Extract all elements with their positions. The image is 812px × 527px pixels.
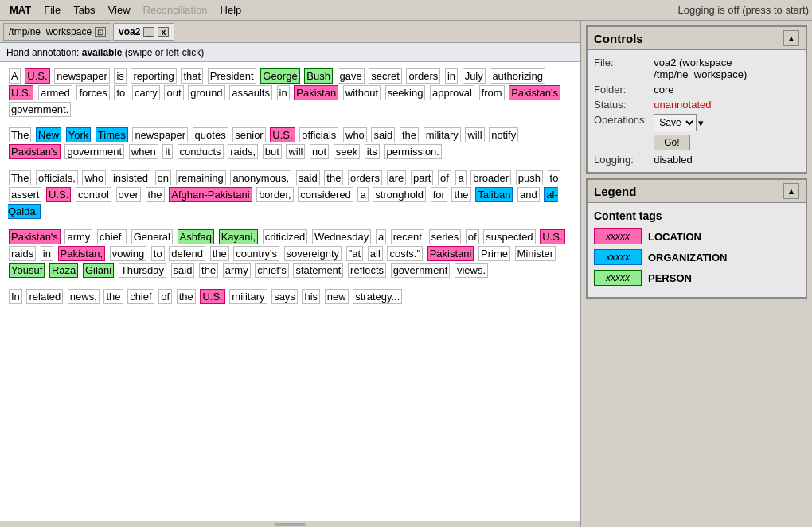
- token[interactable]: country's: [233, 246, 279, 261]
- token[interactable]: without: [343, 85, 381, 100]
- token[interactable]: its: [365, 144, 380, 159]
- token[interactable]: said: [371, 127, 395, 142]
- legend-collapse-button[interactable]: ▲: [783, 183, 799, 199]
- token[interactable]: will: [465, 127, 484, 142]
- token[interactable]: chief's: [255, 263, 288, 278]
- token[interactable]: Minister: [515, 246, 556, 261]
- entity-org[interactable]: New: [36, 127, 61, 142]
- token[interactable]: the: [177, 289, 196, 304]
- entity-person[interactable]: Ashfaq: [178, 229, 214, 244]
- token[interactable]: recent: [391, 229, 424, 244]
- entity-location[interactable]: Pakistan,: [58, 246, 105, 261]
- token[interactable]: related: [26, 289, 63, 304]
- token[interactable]: newspaper: [54, 68, 110, 84]
- token[interactable]: remaining: [176, 170, 226, 185]
- entity-location[interactable]: Afghan-Pakistani: [169, 187, 252, 202]
- token[interactable]: of: [438, 170, 451, 185]
- token[interactable]: to: [548, 170, 561, 185]
- token[interactable]: reflects: [348, 263, 386, 278]
- token[interactable]: news,: [68, 289, 100, 304]
- token[interactable]: to: [151, 246, 165, 261]
- token[interactable]: orders: [406, 68, 440, 84]
- token[interactable]: orders: [348, 170, 382, 185]
- token[interactable]: vowing: [110, 246, 146, 261]
- doc-area[interactable]: A U.S. newspaper is reporting that Presi…: [0, 62, 580, 521]
- entity-location[interactable]: U.S.: [9, 85, 33, 100]
- token[interactable]: officials,: [36, 170, 78, 185]
- tab-voa2-close-icon[interactable]: x: [158, 27, 169, 37]
- token[interactable]: series: [429, 229, 462, 244]
- token[interactable]: approval: [430, 85, 474, 100]
- token[interactable]: the: [103, 289, 123, 304]
- token[interactable]: raids,: [228, 144, 258, 159]
- token[interactable]: insisted: [111, 170, 150, 185]
- token[interactable]: strategy...: [353, 289, 402, 304]
- token[interactable]: over: [116, 187, 141, 202]
- token[interactable]: part: [411, 170, 433, 185]
- token[interactable]: gave: [338, 68, 365, 84]
- token[interactable]: broader: [470, 170, 511, 185]
- token[interactable]: quotes: [193, 127, 228, 142]
- go-button[interactable]: Go!: [654, 135, 689, 150]
- token[interactable]: military: [229, 289, 267, 304]
- tab-voa2-minimize-icon[interactable]: _: [143, 27, 154, 37]
- token[interactable]: The: [9, 127, 31, 142]
- token[interactable]: July: [463, 68, 486, 84]
- token[interactable]: control: [76, 187, 111, 202]
- entity-location[interactable]: U.S.: [200, 289, 224, 304]
- entity-person[interactable]: Yousuf: [9, 263, 45, 278]
- token[interactable]: authorizing: [490, 68, 545, 84]
- entity-org[interactable]: York: [66, 127, 92, 142]
- token[interactable]: officials: [299, 127, 338, 142]
- token[interactable]: considered: [298, 187, 353, 202]
- token[interactable]: carry: [132, 85, 160, 100]
- token[interactable]: Prime: [478, 246, 510, 261]
- entity-person[interactable]: Raza: [49, 263, 78, 278]
- tab-workspace[interactable]: /tmp/ne_workspace ⊡: [3, 23, 111, 41]
- menu-help[interactable]: Help: [214, 2, 248, 18]
- token[interactable]: conducts: [178, 144, 224, 159]
- token[interactable]: all: [368, 246, 383, 261]
- token[interactable]: ground: [188, 85, 224, 100]
- token[interactable]: who: [343, 127, 367, 142]
- token[interactable]: The: [9, 170, 31, 185]
- token[interactable]: border,: [256, 187, 293, 202]
- token[interactable]: permission.: [384, 144, 441, 159]
- token[interactable]: In: [9, 289, 22, 304]
- token[interactable]: army: [223, 263, 251, 278]
- token[interactable]: said: [296, 170, 320, 185]
- entity-location[interactable]: U.S.: [540, 229, 564, 244]
- scroll-handle[interactable]: [274, 523, 306, 526]
- token[interactable]: the: [451, 187, 470, 202]
- token[interactable]: raids: [9, 246, 36, 261]
- token[interactable]: to: [114, 85, 127, 100]
- token[interactable]: forces: [76, 85, 109, 100]
- operations-select[interactable]: Save: [654, 114, 697, 131]
- token[interactable]: assert: [9, 187, 41, 202]
- menu-tabs[interactable]: Tabs: [67, 2, 101, 18]
- entity-person[interactable]: Gilani: [83, 263, 114, 278]
- token[interactable]: chief: [127, 289, 154, 304]
- token[interactable]: armed: [38, 85, 72, 100]
- entity-location[interactable]: Pakistan's: [509, 85, 560, 100]
- token[interactable]: the: [199, 263, 218, 278]
- token[interactable]: suspected: [483, 229, 535, 244]
- token[interactable]: sovereignty: [284, 246, 342, 261]
- entity-location[interactable]: Pakistan's: [9, 229, 61, 244]
- token[interactable]: when: [129, 144, 158, 159]
- token[interactable]: and: [517, 187, 540, 202]
- entity-location[interactable]: Pakistan's: [9, 144, 61, 159]
- token[interactable]: criticized: [263, 229, 308, 244]
- token[interactable]: reporting: [131, 68, 176, 84]
- token[interactable]: of: [158, 289, 172, 304]
- entity-location[interactable]: U.S.: [270, 127, 295, 142]
- token[interactable]: is: [114, 68, 126, 84]
- logging-toggle[interactable]: Logging is off (press to start): [677, 4, 809, 16]
- entity-person[interactable]: George: [260, 68, 299, 84]
- token[interactable]: views.: [455, 263, 488, 278]
- token[interactable]: army: [64, 229, 92, 244]
- token[interactable]: the: [146, 187, 165, 202]
- entity-location[interactable]: U.S.: [25, 68, 49, 84]
- token[interactable]: statement: [293, 263, 343, 278]
- menu-view[interactable]: View: [102, 2, 137, 18]
